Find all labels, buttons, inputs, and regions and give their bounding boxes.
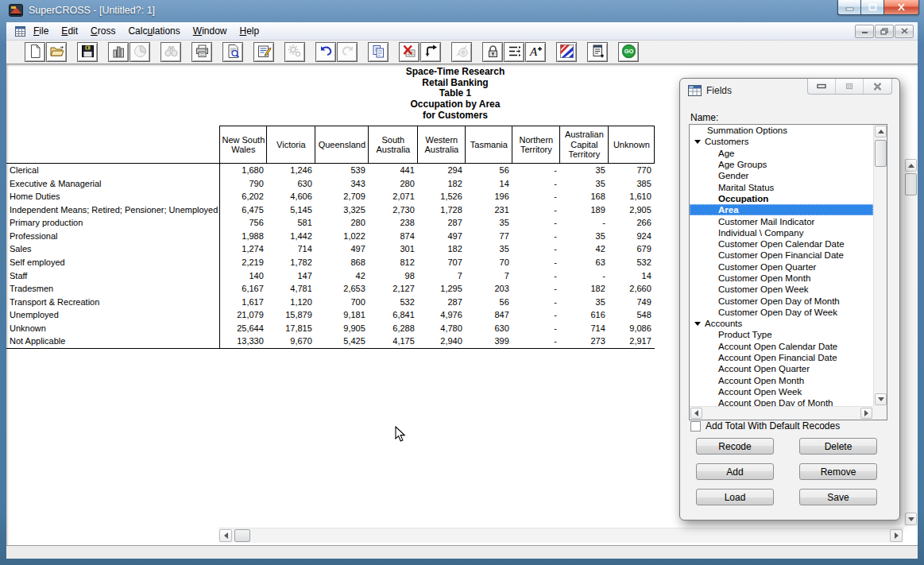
data-cell[interactable]: - [512,269,560,283]
data-cell[interactable]: 35 [560,177,609,191]
data-cell[interactable]: 63 [560,256,609,269]
data-cell[interactable]: 9,905 [315,322,369,335]
data-cell[interactable]: 497 [315,242,369,256]
data-cell[interactable]: 35 [560,296,609,309]
data-cell[interactable]: - [512,216,560,230]
row-label[interactable]: Clerical [6,164,220,177]
save-button[interactable] [77,42,98,62]
menu-calculations[interactable]: Calculations [122,23,186,40]
data-cell[interactable]: 182 [418,177,466,191]
data-cell[interactable]: - [512,203,560,217]
data-cell[interactable]: 756 [220,216,267,230]
data-cell[interactable]: 630 [466,322,512,335]
undo-button[interactable] [315,42,336,62]
column-header[interactable]: Victoria [267,126,315,164]
horizontal-scroll-thumb[interactable] [234,529,250,542]
data-cell[interactable]: 182 [418,242,466,256]
column-header[interactable]: New South Wales [220,126,267,164]
data-cell[interactable]: 42 [315,269,369,283]
data-cell[interactable]: 2,219 [220,256,267,269]
data-cell[interactable]: 1,782 [267,256,315,269]
column-header[interactable]: Northern Territory [512,126,560,164]
field-item-customer-mail-indicator[interactable]: Customer Mail Indicator [690,215,873,226]
data-cell[interactable]: 1,610 [609,190,655,203]
data-cell[interactable]: 147 [267,269,315,283]
data-cell[interactable]: 294 [418,164,466,177]
data-cell[interactable]: 385 [609,177,655,191]
field-item-customer-open-day-of-week[interactable]: Customer Open Day of Week [690,307,873,318]
field-item-customer-open-financial-date[interactable]: Customer Open Financial Date [690,250,873,261]
go-button[interactable]: GO [618,42,639,62]
data-cell[interactable]: 6,841 [369,308,418,322]
data-cell[interactable]: 35 [466,216,512,230]
row-label[interactable]: Sales [6,242,220,256]
data-cell[interactable]: 548 [609,308,655,322]
data-cell[interactable]: 343 [315,177,369,191]
row-label[interactable]: Staff [6,269,220,283]
data-cell[interactable]: 4,781 [267,282,315,296]
data-cell[interactable]: 1,274 [220,242,267,256]
data-cell[interactable]: 98 [369,269,418,283]
scroll-up-button[interactable] [905,159,917,172]
font-increase-button[interactable]: A [525,42,546,62]
list-scroll-left-button[interactable] [690,408,702,419]
data-cell[interactable]: 2,709 [315,190,369,203]
data-cell[interactable]: 2,127 [369,282,418,296]
data-cell[interactable]: 196 [466,190,512,203]
data-cell[interactable]: 6,202 [220,190,267,203]
field-item-account-open-week[interactable]: Account Open Week [690,386,873,397]
data-cell[interactable]: 4,976 [418,308,466,322]
menu-edit[interactable]: Edit [55,23,84,40]
data-cell[interactable]: 6,288 [369,322,418,335]
data-cell[interactable]: 4,175 [369,335,418,348]
data-cell[interactable]: 539 [315,164,369,177]
data-cell[interactable]: 532 [609,256,655,269]
data-cell[interactable]: 17,815 [267,322,315,335]
data-cell[interactable]: 203 [466,282,512,296]
row-label[interactable]: Unknown [6,322,220,335]
lock-button[interactable] [482,42,503,62]
data-cell[interactable]: 2,730 [369,203,418,217]
delete-cross-button[interactable] [399,42,419,62]
scroll-left-button[interactable] [219,529,232,542]
field-item-gender[interactable]: Gender [690,170,873,181]
mdi-restore-button[interactable] [875,25,894,38]
scroll-down-button[interactable] [905,513,917,525]
field-item-individual-company[interactable]: Individual \ Company [690,227,873,238]
row-label[interactable]: Professional [6,230,220,243]
data-cell[interactable]: 4,606 [267,190,315,203]
data-cell[interactable]: - [512,242,560,256]
row-label[interactable]: Tradesmen [6,282,220,296]
field-item-age[interactable]: Age [690,148,873,159]
add-document-button[interactable] [587,42,608,62]
list-vertical-scroll-thumb[interactable] [875,140,887,167]
data-cell[interactable]: 581 [267,216,315,230]
row-label[interactable]: Not Applicable [6,335,220,348]
dialog-maximize-button[interactable] [836,79,864,94]
scroll-right-button[interactable] [890,529,903,542]
field-item-account-open-financial-date[interactable]: Account Open Financial Date [690,352,873,363]
column-header[interactable]: Western Australia [418,126,466,164]
data-cell[interactable]: 15,879 [267,308,315,322]
colour-map-button[interactable] [556,42,577,62]
data-cell[interactable]: 9,670 [267,335,315,348]
data-cell[interactable]: 7 [466,269,512,283]
menu-help[interactable]: Help [233,23,265,40]
field-item-account-open-calendar-date[interactable]: Account Open Calendar Date [690,341,873,352]
data-cell[interactable]: 287 [418,296,466,309]
row-label[interactable]: Primary production [6,216,220,230]
data-cell[interactable]: 35 [466,242,512,256]
data-cell[interactable]: 1,728 [418,203,466,217]
data-cell[interactable]: 42 [560,242,609,256]
data-cell[interactable]: 924 [609,230,655,243]
data-cell[interactable]: - [560,216,609,230]
data-cell[interactable]: 770 [609,164,655,177]
data-cell[interactable]: 1,988 [220,230,267,243]
column-header[interactable]: Australian Capital Territory [560,126,609,164]
copy-button[interactable] [368,42,389,62]
mdi-close-button[interactable] [895,25,914,38]
data-cell[interactable]: 35 [560,230,609,243]
data-cell[interactable]: 714 [267,242,315,256]
data-cell[interactable]: 2,071 [369,190,418,203]
field-item-customer-open-week[interactable]: Customer Open Week [690,284,873,295]
